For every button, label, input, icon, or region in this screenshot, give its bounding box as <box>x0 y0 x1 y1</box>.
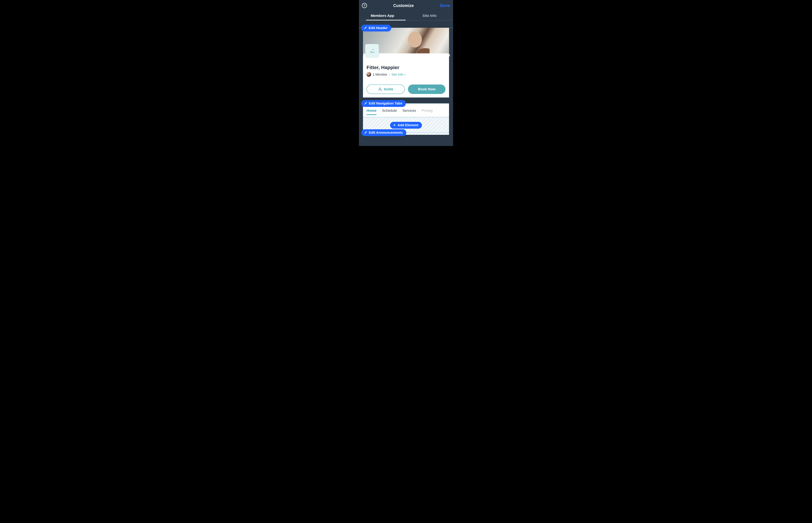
top-bar: ? Customize Done <box>359 0 453 11</box>
tab-members-app[interactable]: Members App <box>359 11 406 20</box>
empty-element-slot: Add Element Edit Announcements <box>363 117 449 135</box>
pencil-icon <box>364 131 367 134</box>
member-avatar <box>366 72 371 77</box>
nav-tab-pricing[interactable]: Pricing <box>421 109 432 115</box>
tab-site-info[interactable]: Site Info <box>406 11 453 20</box>
site-meta-row: 1 Member | Site Info › <box>366 72 446 77</box>
invite-button[interactable]: Invite <box>366 85 405 94</box>
preview-canvas: Edit Header Fitter, Happier 1 Member | S… <box>359 20 453 135</box>
site-header-card: Fitter, Happier 1 Member | Site Info › <box>363 53 449 97</box>
top-tabs: Members App Site Info <box>359 11 453 20</box>
members-count: 1 Member <box>373 73 387 76</box>
nav-tab-schedule[interactable]: Schedule <box>382 109 397 115</box>
edit-nav-label: Edit Navigation Tabs <box>369 102 402 105</box>
book-now-label: Book Now <box>418 87 435 91</box>
pencil-icon <box>364 26 367 29</box>
edit-announcements-label: Edit Announcements <box>369 131 403 134</box>
nav-tab-home[interactable]: Home <box>366 109 377 115</box>
edit-announcements-button[interactable]: Edit Announcements <box>361 129 406 136</box>
invite-icon <box>378 87 382 91</box>
svg-point-1 <box>379 88 380 89</box>
image-icon <box>368 47 376 54</box>
page-title: Customize <box>393 3 414 8</box>
site-info-link-label: Site Info <box>391 73 403 76</box>
site-info-link[interactable]: Site Info › <box>391 73 405 76</box>
edit-header-button[interactable]: Edit Header <box>361 25 391 32</box>
edit-header-label: Edit Header <box>369 26 388 30</box>
invite-label: Invite <box>384 87 393 91</box>
add-element-label: Add Element <box>398 123 418 127</box>
help-icon[interactable]: ? <box>362 3 367 8</box>
chevron-right-icon: › <box>404 72 405 77</box>
edit-navigation-tabs-button[interactable]: Edit Navigation Tabs <box>361 100 406 107</box>
plus-icon <box>393 124 396 127</box>
cta-row: Invite Book Now <box>366 85 446 94</box>
nav-tab-services[interactable]: Services <box>402 109 416 115</box>
add-element-button[interactable]: Add Element <box>390 122 422 129</box>
nav-tabs-section: Edit Navigation Tabs Home Schedule Servi… <box>363 103 449 135</box>
meta-separator: | <box>389 73 390 76</box>
app-customize-screen: ? Customize Done Members App Site Info E… <box>359 0 453 146</box>
book-now-button[interactable]: Book Now <box>408 85 446 94</box>
done-button[interactable]: Done <box>440 3 450 8</box>
pencil-icon <box>364 102 367 105</box>
svg-point-0 <box>373 49 374 50</box>
logo-placeholder[interactable] <box>365 44 379 58</box>
